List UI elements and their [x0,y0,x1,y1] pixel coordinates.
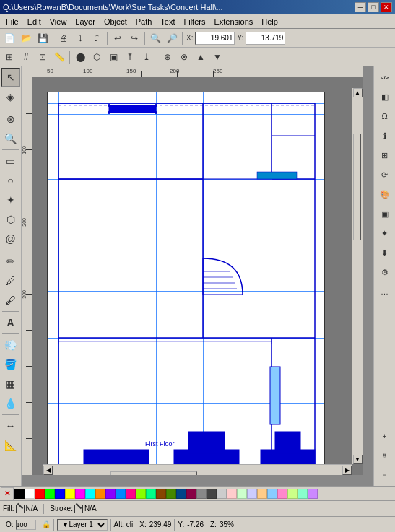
swatch-cyan[interactable] [85,489,95,499]
rulers-button[interactable]: 📏 [51,49,67,65]
gradient-tool-button[interactable]: ▦ [1,375,20,393]
menu-file[interactable]: File [1,16,23,27]
swatch-white[interactable] [25,489,35,499]
ellipse-tool-button[interactable]: ○ [1,171,20,190]
menu-help[interactable]: Help [257,16,282,27]
save-button[interactable]: 💾 [35,30,51,46]
swatch-light-gray[interactable] [217,489,227,499]
color-picker-button[interactable]: 🎨 [376,185,394,204]
filter-effects-button[interactable]: ✦ [376,224,394,243]
swatch-lavender[interactable] [308,489,318,499]
paint-bucket-button[interactable]: 🪣 [1,355,20,374]
align-right-button[interactable]: ▣ [105,49,121,65]
zoom-tool-button[interactable]: 🔍 [1,129,20,148]
export-png-button[interactable]: ⬇ [376,243,394,262]
redo-button[interactable]: ↪ [126,30,142,46]
ungroup-button[interactable]: ⊗ [176,49,192,65]
swatch-sky[interactable] [267,489,277,499]
swatch-pink[interactable] [126,489,136,499]
menu-edit[interactable]: Edit [23,16,45,27]
swatch-green[interactable] [45,489,55,499]
stroke-swatch[interactable] [74,505,83,513]
tweak-tool-button[interactable]: ⊛ [1,110,20,128]
more-button[interactable]: … [376,282,394,301]
objects-panel-button[interactable]: ◧ [376,87,394,106]
swatch-light-red[interactable] [227,489,237,499]
scroll-right-button[interactable]: ▶ [342,466,352,475]
menu-text[interactable]: Text [156,16,179,27]
spray-tool-button[interactable]: 💨 [1,336,20,354]
measure-tool-button[interactable]: 📐 [1,436,20,455]
new-button[interactable]: 📄 [1,30,17,46]
swatch-blue[interactable] [55,489,65,499]
scrollbar-horizontal[interactable]: ◀ ▶ [43,464,352,475]
menu-layer[interactable]: Layer [71,16,100,27]
opacity-input[interactable] [16,520,36,530]
scroll-track-v[interactable] [353,97,363,455]
swatch-yellow[interactable] [65,489,75,499]
align-left-button[interactable]: ⬤ [72,49,88,65]
fill-swatch[interactable] [16,505,25,513]
canvas-area[interactable]: 50 100 150 200 250 [22,66,373,486]
menu-path[interactable]: Path [131,16,157,27]
raise-button[interactable]: ▲ [193,49,209,65]
swatch-yellow-green[interactable] [287,489,298,499]
bottom-rt-btn-3[interactable]: ≡ [376,466,394,484]
zoom-out-button[interactable]: 🔎 [164,30,180,46]
3dbox-tool-button[interactable]: ⬡ [1,210,20,229]
snap-button[interactable]: ⊞ [1,49,17,65]
bottom-rt-btn-1[interactable]: + [376,427,394,445]
swatch-brown[interactable] [156,489,166,499]
calligraphy-tool-button[interactable]: 🖋 [1,291,20,310]
lower-button[interactable]: ▼ [209,49,225,65]
swatch-purple[interactable] [105,489,116,499]
swatch-dark-gray[interactable] [207,489,217,499]
scroll-down-button[interactable]: ▼ [353,455,363,464]
x-coord-input[interactable] [195,32,235,45]
pencil-tool-button[interactable]: ✏ [1,252,20,271]
open-button[interactable]: 📂 [18,30,34,46]
no-color-swatch[interactable]: ✕ [1,487,14,500]
menu-filters[interactable]: Filters [180,16,210,27]
fill-stroke-button[interactable]: ▣ [376,204,394,223]
align-center-button[interactable]: ⬡ [89,49,105,65]
swatch-black[interactable] [14,489,25,499]
canvas-viewport[interactable]: First Floor ◀ [32,77,363,475]
symbols-button[interactable]: Ω [376,107,394,126]
node-tool-button[interactable]: ◈ [1,87,20,106]
maximize-button[interactable]: □ [368,2,379,12]
print-button[interactable]: 🖨 [56,30,71,46]
scrollbar-vertical[interactable]: ▲ ▼ [352,88,363,464]
scroll-thumb-h[interactable] [110,471,197,475]
swatch-orange[interactable] [95,489,105,499]
drawing-canvas[interactable]: First Floor [47,92,325,475]
dropper-tool-button[interactable]: 💧 [1,394,20,413]
swatch-red[interactable] [35,489,45,499]
flip-v-button[interactable]: ⤓ [139,49,155,65]
guides-button[interactable]: ⊡ [35,49,51,65]
export-button[interactable]: ⤴ [89,30,105,46]
close-button[interactable]: ✕ [381,2,392,12]
spiral-tool-button[interactable]: @ [1,230,20,248]
group-button[interactable]: ⊕ [160,49,175,65]
swatch-mint[interactable] [298,489,308,499]
scroll-up-button[interactable]: ▲ [353,88,363,97]
swatch-dark-pink[interactable] [186,489,196,499]
xml-editor-button[interactable]: </> [376,68,394,87]
connector-tool-button[interactable]: ↔ [1,417,20,435]
swatch-gray[interactable] [196,489,207,499]
swatch-light-blue[interactable] [116,489,126,499]
y-coord-input[interactable] [246,32,285,45]
rect-tool-button[interactable]: ▭ [1,152,20,170]
swatch-light-blue-2[interactable] [247,489,257,499]
swatch-light-green[interactable] [237,489,247,499]
swatch-peach[interactable] [257,489,267,499]
text-tool-button[interactable]: A [1,313,20,332]
swatch-dark-blue[interactable] [176,489,186,499]
menu-extensions[interactable]: Extensions [209,16,257,27]
layer-select[interactable]: ▼Layer 1 [57,519,108,531]
swatch-lime[interactable] [136,489,146,499]
swatch-rose[interactable] [277,489,287,499]
menu-object[interactable]: Object [100,16,131,27]
select-tool-button[interactable]: ↖ [1,68,20,87]
